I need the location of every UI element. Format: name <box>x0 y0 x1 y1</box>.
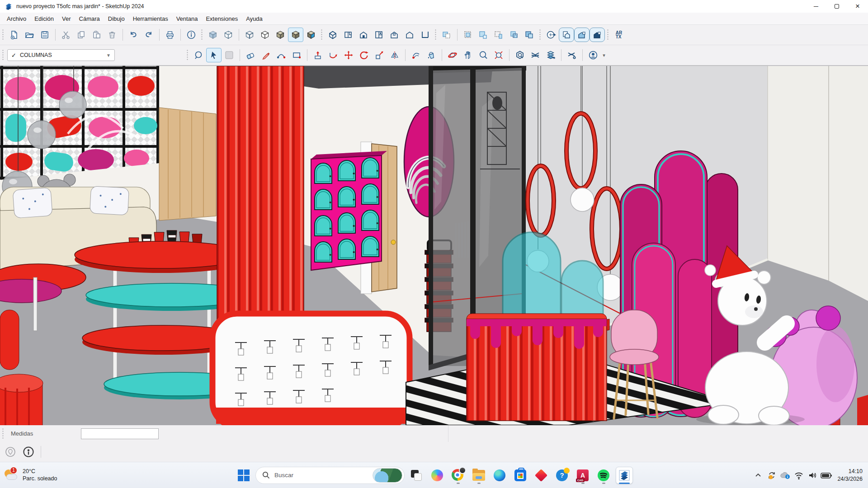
pan-tool-button[interactable] <box>460 48 476 62</box>
select-tool-button[interactable] <box>206 48 222 62</box>
house-toggle-3-button[interactable] <box>590 28 605 42</box>
save-button[interactable] <box>37 28 52 42</box>
measure-grip[interactable] <box>2 428 5 440</box>
selection-squares-5-button[interactable] <box>506 28 522 42</box>
artx-button[interactable]: ARTX <box>611 28 627 42</box>
weather-widget[interactable]: 1 20°C Parc. soleado <box>4 468 57 482</box>
wifi-icon[interactable] <box>793 469 805 482</box>
view-top-button[interactable] <box>340 28 356 42</box>
line-tool-button[interactable] <box>258 48 274 62</box>
menu-ayuda[interactable]: Ayuda <box>242 14 267 24</box>
arc-tool-button[interactable] <box>274 48 289 62</box>
measurements-input[interactable] <box>81 428 159 439</box>
paint-bucket-tool-button[interactable] <box>424 48 439 62</box>
move-tool-button[interactable] <box>341 48 356 62</box>
select-options-button[interactable] <box>222 48 237 62</box>
style-shaded-textures-button[interactable] <box>288 28 303 42</box>
copy-button[interactable] <box>74 28 89 42</box>
eraser-tool-button[interactable] <box>243 48 258 62</box>
style-hidden-line-button[interactable] <box>257 28 273 42</box>
sketchup-taskbar-button[interactable] <box>615 466 633 484</box>
style-monochrome-button[interactable] <box>303 28 319 42</box>
style-xray-button[interactable] <box>205 28 221 42</box>
menu-ventana[interactable]: Ventana <box>172 14 202 24</box>
selection-squares-1-button[interactable] <box>439 28 454 42</box>
house-toggle-1-button[interactable] <box>559 28 574 42</box>
view-bottom-button[interactable] <box>417 28 433 42</box>
view-right-button[interactable] <box>371 28 387 42</box>
menu-herramientas[interactable]: Herramientas <box>129 14 172 24</box>
view-iso-button[interactable] <box>325 28 340 42</box>
onedrive-icon[interactable] <box>779 469 791 482</box>
copilot-button[interactable] <box>428 466 446 484</box>
menu-dibujo[interactable]: Dibujo <box>104 14 129 24</box>
undo-button[interactable] <box>126 28 141 42</box>
rotate-tool-button[interactable] <box>356 48 372 62</box>
push-pull-tool-button[interactable] <box>310 48 326 62</box>
credits-icon[interactable] <box>23 446 34 458</box>
menu-archivo[interactable]: Archivo <box>3 14 30 24</box>
geolocation-icon[interactable] <box>5 446 16 458</box>
extension-chevrons-gear-button[interactable] <box>564 48 580 62</box>
selection-squares-2-button[interactable] <box>460 28 476 42</box>
menu-ver[interactable]: Ver <box>58 14 75 24</box>
zoom-tool-button[interactable] <box>476 48 491 62</box>
taskbar-search[interactable]: Buscar <box>255 467 405 484</box>
model-info-button[interactable] <box>184 28 199 42</box>
house-toggle-2-button[interactable] <box>574 28 590 42</box>
swap-ab-button[interactable] <box>543 28 559 42</box>
account-button[interactable] <box>585 48 601 62</box>
sync-icon[interactable] <box>766 469 778 482</box>
close-button[interactable]: × <box>847 0 868 13</box>
toolbar-grip[interactable] <box>2 29 5 41</box>
style-shaded-button[interactable] <box>273 28 288 42</box>
new-file-button[interactable] <box>6 28 22 42</box>
rectangle-tool-button[interactable] <box>289 48 304 62</box>
file-explorer-button[interactable] <box>470 466 488 484</box>
cut-button[interactable] <box>58 28 74 42</box>
tags-dropdown[interactable]: ✓ COLUMNAS ▼ <box>7 49 115 61</box>
view-left-button[interactable] <box>402 28 417 42</box>
help-assist-button[interactable]: ? <box>553 466 571 484</box>
extension-chevrons-button[interactable] <box>528 48 543 62</box>
selection-squares-3-button[interactable] <box>476 28 491 42</box>
extension-solid-inspector-button[interactable] <box>512 48 528 62</box>
edge-button[interactable] <box>491 466 509 484</box>
menu-edicion[interactable]: Edición <box>30 14 58 24</box>
chrome-button[interactable] <box>449 466 467 484</box>
extension-layers-button[interactable] <box>543 48 558 62</box>
selection-squares-6-button[interactable] <box>522 28 537 42</box>
taskbar-clock[interactable]: 14:10 24/3/2026 <box>837 468 863 483</box>
autocad-button[interactable]: ACAD <box>574 466 592 484</box>
follow-me-tool-button[interactable] <box>326 48 341 62</box>
style-back-edges-button[interactable] <box>221 28 236 42</box>
menu-camara[interactable]: Cámara <box>75 14 104 24</box>
design-diamond-button[interactable] <box>532 466 550 484</box>
scale-tool-button[interactable] <box>372 48 387 62</box>
spotify-button[interactable] <box>594 466 613 484</box>
orbit-tool-button[interactable] <box>445 48 460 62</box>
print-button[interactable] <box>162 28 178 42</box>
microsoft-store-button[interactable] <box>511 466 529 484</box>
offset-tool-button[interactable] <box>408 48 424 62</box>
redo-button[interactable] <box>141 28 156 42</box>
style-wireframe-button[interactable] <box>242 28 257 42</box>
task-view-button[interactable] <box>407 466 425 484</box>
search-highlight-thumbnail[interactable] <box>373 468 402 483</box>
selection-squares-4-button[interactable] <box>491 28 506 42</box>
menu-extensiones[interactable]: Extensiones <box>202 14 242 24</box>
view-front-button[interactable] <box>356 28 371 42</box>
zoom-extents-button[interactable] <box>491 48 506 62</box>
minimize-button[interactable]: ─ <box>806 0 826 13</box>
paste-button[interactable] <box>89 28 104 42</box>
account-caret[interactable]: ▾ <box>601 52 607 58</box>
flip-tool-button[interactable] <box>387 48 402 62</box>
volume-icon[interactable] <box>807 469 818 482</box>
maximize-button[interactable] <box>826 0 847 13</box>
view-back-button[interactable] <box>387 28 402 42</box>
viewport-3d[interactable] <box>0 66 868 425</box>
delete-button[interactable] <box>104 28 120 42</box>
search-tool-button[interactable] <box>191 48 206 62</box>
open-file-button[interactable] <box>22 28 37 42</box>
battery-icon[interactable] <box>820 469 832 482</box>
